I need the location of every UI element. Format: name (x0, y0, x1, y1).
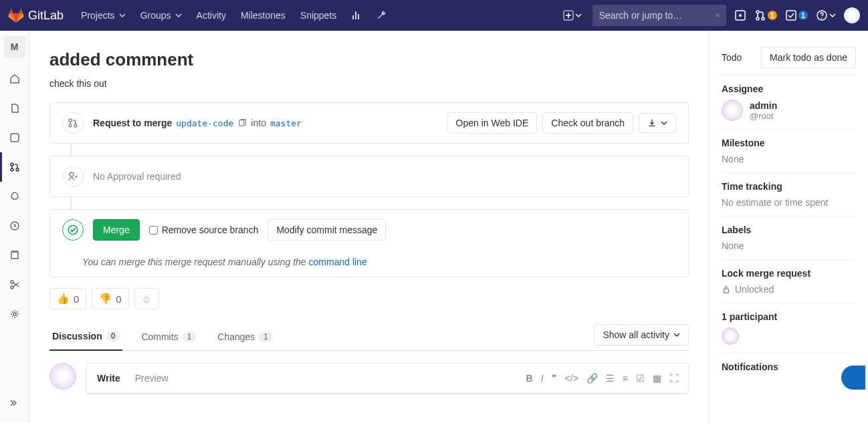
global-search[interactable] (592, 5, 726, 26)
editor-tab-write[interactable]: Write (96, 369, 122, 388)
sidebar-operations[interactable] (0, 211, 29, 241)
source-branch[interactable]: update-code (176, 118, 233, 128)
help-dropdown[interactable] (816, 9, 836, 21)
link-icon[interactable]: 🔗 (586, 373, 598, 384)
merge-button[interactable]: Merge (93, 219, 140, 241)
svg-point-22 (70, 172, 74, 176)
download-dropdown[interactable] (639, 113, 676, 133)
code-icon[interactable]: </> (565, 373, 578, 384)
unlock-icon (722, 285, 731, 294)
editor-toolbar: B I ❞ </> 🔗 ☰ ≡ ☑ ▦ ⛶ (526, 373, 679, 384)
brand-text: GitLab (28, 9, 64, 23)
fullscreen-icon[interactable]: ⛶ (669, 373, 679, 384)
doc-icon (9, 103, 20, 114)
participant-avatar[interactable] (722, 327, 739, 345)
assignee-avatar (722, 100, 743, 121)
primary-nav: Projects Groups Activity Milestones Snip… (74, 6, 394, 25)
checkout-branch-button[interactable]: Check out branch (542, 112, 633, 134)
labels-value: None (722, 241, 744, 251)
navbar-right: 1 1 (560, 5, 860, 26)
copy-icon[interactable] (237, 118, 247, 128)
collapse-icon (9, 398, 20, 408)
plus-square-icon (563, 10, 574, 21)
into-label: into (251, 118, 266, 128)
ready-icon-circle (62, 219, 84, 241)
assignee-label: Assignee (722, 84, 856, 94)
modify-commit-button[interactable]: Modify commit message (267, 219, 386, 241)
remove-source-input[interactable] (149, 226, 158, 235)
search-input[interactable] (599, 10, 716, 21)
remove-source-checkbox[interactable]: Remove source branch (149, 225, 259, 235)
sidebar-settings[interactable] (0, 299, 29, 329)
merge-requests-shortcut[interactable]: 1 (754, 9, 777, 21)
add-reaction-button[interactable]: ☺ (134, 288, 159, 309)
activity-filter[interactable]: Show all activity (594, 324, 689, 345)
assignee-user[interactable]: admin @root (722, 100, 856, 121)
nav-projects[interactable]: Projects (74, 6, 132, 25)
open-web-ide-button[interactable]: Open in Web IDE (447, 112, 538, 134)
quote-icon[interactable]: ❞ (552, 373, 557, 384)
issues-icon (9, 132, 20, 143)
sidebar-collapse[interactable] (0, 388, 29, 418)
mr-count-badge: 1 (768, 11, 777, 20)
new-dropdown[interactable] (560, 7, 584, 23)
numbered-list-icon[interactable]: ≡ (623, 373, 628, 384)
sidebar-wiki[interactable] (0, 241, 29, 270)
main-content: added commnent check this out Request to… (29, 31, 709, 423)
nav-snippets[interactable]: Snippets (294, 6, 343, 25)
target-branch[interactable]: master (270, 118, 302, 128)
request-to-merge-label: Request to merge (93, 118, 172, 128)
chevron-down-icon (175, 12, 182, 19)
italic-icon[interactable]: I (541, 373, 544, 384)
chevron-down-icon (829, 12, 836, 19)
right-sidebar: Todo Mark todo as done Assignee admin @r… (709, 31, 868, 423)
thumbs-down-button[interactable]: 👎0 (92, 288, 128, 309)
svg-point-18 (69, 119, 72, 122)
svg-point-1 (716, 14, 718, 16)
sidebar-cicd[interactable] (0, 182, 29, 211)
mr-icon-circle (62, 112, 84, 134)
assignee-name: admin (750, 100, 777, 111)
rb-todo-row: Todo Mark todo as done (722, 40, 856, 75)
nav-admin[interactable] (370, 6, 394, 25)
gitlab-logo[interactable]: GitLab (8, 7, 64, 23)
sidebar-home[interactable] (0, 64, 29, 94)
sidebar-merge-requests[interactable] (0, 152, 29, 182)
home-icon (9, 74, 20, 84)
check-circle-icon (67, 224, 79, 236)
sidebar-snippets[interactable] (0, 270, 29, 299)
issues-shortcut[interactable] (734, 9, 746, 21)
merge-request-icon (9, 162, 20, 172)
user-avatar[interactable] (844, 7, 860, 23)
nav-milestones[interactable]: Milestones (234, 6, 292, 25)
mr-title: added commnent (49, 49, 689, 70)
mark-todo-done-button[interactable]: Mark todo as done (761, 47, 856, 68)
sidebar-issues[interactable] (0, 123, 29, 152)
tab-changes[interactable]: Changes1 (215, 323, 276, 350)
svg-point-4 (756, 11, 759, 13)
scroll-fab[interactable] (841, 366, 865, 390)
editor-tab-preview[interactable]: Preview (134, 369, 170, 388)
tab-discussion[interactable]: Discussion0 (49, 323, 122, 351)
mr-tabs: Discussion0 Commits1 Changes1 Show all a… (49, 323, 689, 351)
merge-action-row: Merge Remove source branch Modify commit… (50, 210, 688, 250)
sidebar-repository[interactable] (0, 94, 29, 123)
bold-icon[interactable]: B (526, 373, 533, 384)
nav-analytics[interactable] (344, 6, 368, 25)
nav-activity[interactable]: Activity (190, 6, 233, 25)
project-avatar[interactable]: M (4, 36, 25, 57)
tab-commits[interactable]: Commits1 (138, 323, 199, 350)
command-line-link[interactable]: command line (309, 257, 367, 267)
todos-shortcut[interactable]: 1 (785, 9, 808, 21)
svg-point-17 (13, 313, 16, 315)
nav-groups[interactable]: Groups (134, 6, 189, 25)
todo-count-badge: 1 (798, 11, 808, 20)
table-icon[interactable]: ▦ (653, 373, 661, 384)
bullet-list-icon[interactable]: ☰ (606, 373, 615, 384)
notifications-label: Notifications (722, 362, 856, 372)
thumbs-up-button[interactable]: 👍0 (49, 288, 86, 309)
svg-rect-21 (239, 120, 244, 126)
todo-icon (785, 9, 797, 21)
task-list-icon[interactable]: ☑ (636, 373, 645, 384)
lock-value: Unlocked (735, 284, 774, 295)
